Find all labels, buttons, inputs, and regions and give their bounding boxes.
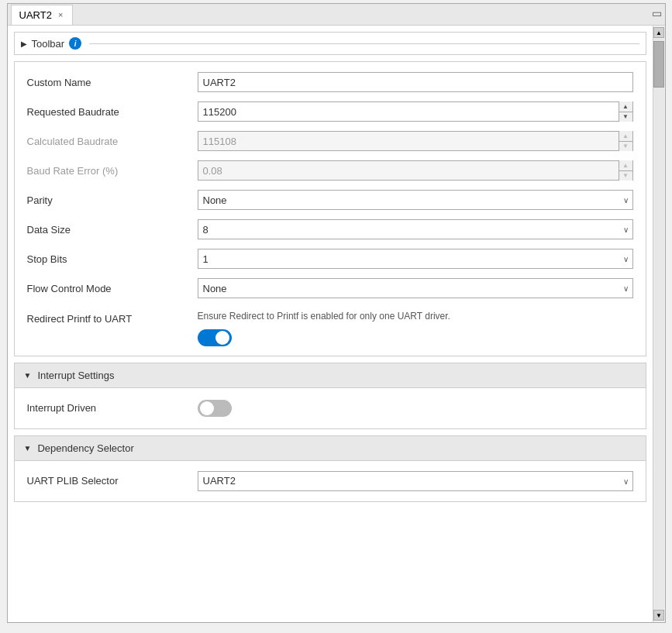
uart2-tab[interactable]: UART2 × [11, 5, 74, 25]
baudrate-up-button[interactable]: ▲ [619, 101, 632, 112]
scroll-up-button[interactable]: ▲ [653, 27, 664, 38]
calculated-baudrate-label: Calculated Baudrate [27, 136, 198, 147]
dependency-selector-section: ▼ Dependency Selector UART PLIB Selector… [14, 435, 646, 502]
interrupt-driven-thumb [200, 401, 214, 415]
dependency-selector-body: UART PLIB Selector UART1 UART2 UART3 UAR… [15, 461, 646, 501]
baud-error-up-button: ▲ [619, 160, 632, 171]
stop-bits-select-wrapper: 1 1.5 2 ∨ [198, 249, 633, 269]
calc-baudrate-spinner-buttons: ▲ ▼ [619, 131, 632, 151]
redirect-printf-toggle[interactable] [198, 329, 232, 346]
tab-bar: UART2 × ▭ [8, 4, 665, 26]
uart-plib-select[interactable]: UART1 UART2 UART3 UART4 [198, 471, 633, 491]
tab-close-button[interactable]: × [57, 10, 64, 19]
main-content: ▶ Toolbar i Custom Name Requested Ba [8, 26, 653, 622]
parity-label: Parity [27, 194, 198, 206]
data-size-control: 5 6 7 8 9 ∨ [198, 219, 633, 239]
info-icon[interactable]: i [69, 37, 81, 50]
window-restore-button[interactable]: ▭ [652, 7, 662, 19]
data-size-label: Data Size [27, 224, 198, 236]
interrupt-settings-arrow-icon: ▼ [24, 371, 32, 380]
stop-bits-label: Stop Bits [27, 253, 198, 265]
flow-control-control: None Hardware Software ∨ [198, 278, 633, 298]
flow-control-select[interactable]: None Hardware Software [198, 278, 633, 298]
interrupt-settings-section: ▼ Interrupt Settings Interrupt Driven [14, 363, 646, 429]
content-area: ▶ Toolbar i Custom Name Requested Ba [8, 26, 665, 622]
stop-bits-row: Stop Bits 1 1.5 2 ∨ [27, 248, 633, 270]
uart-plib-control: UART1 UART2 UART3 UART4 ∨ [198, 471, 633, 491]
toolbar-section: ▶ Toolbar i [14, 32, 646, 55]
interrupt-driven-control [198, 400, 633, 417]
interrupt-settings-label: Interrupt Settings [37, 370, 114, 381]
parity-row: Parity None Odd Even Mark Space ∨ [27, 189, 633, 211]
baud-rate-error-field [198, 163, 619, 178]
redirect-printf-thumb [215, 331, 229, 345]
custom-name-row: Custom Name [27, 71, 633, 93]
data-size-select[interactable]: 5 6 7 8 9 [198, 219, 633, 239]
requested-baudrate-control: ▲ ▼ [198, 101, 633, 122]
redirect-printf-control: Ensure Redirect to Printf is enabled for… [198, 310, 633, 346]
flow-control-label: Flow Control Mode [27, 283, 198, 294]
main-form-section: Custom Name Requested Baudrate ▲ ▼ [14, 61, 646, 356]
interrupt-driven-row: Interrupt Driven [27, 397, 633, 419]
baudrate-down-button[interactable]: ▼ [619, 112, 632, 122]
interrupt-driven-label: Interrupt Driven [27, 402, 198, 414]
baudrate-spinner-buttons: ▲ ▼ [619, 101, 632, 122]
stop-bits-select[interactable]: 1 1.5 2 [198, 249, 633, 269]
baud-rate-error-spinner: ▲ ▼ [198, 160, 633, 181]
redirect-printf-label: Redirect Printf to UART [27, 310, 198, 325]
custom-name-control [198, 72, 633, 92]
custom-name-input[interactable] [198, 72, 633, 92]
stop-bits-control: 1 1.5 2 ∨ [198, 249, 633, 269]
uart-plib-label: UART PLIB Selector [27, 475, 198, 487]
dependency-selector-header[interactable]: ▼ Dependency Selector [15, 436, 646, 461]
uart-plib-select-wrapper: UART1 UART2 UART3 UART4 ∨ [198, 471, 633, 491]
redirect-printf-hint: Ensure Redirect to Printf is enabled for… [198, 310, 633, 323]
data-size-row: Data Size 5 6 7 8 9 ∨ [27, 218, 633, 240]
scrollbar[interactable]: ▲ ▼ [653, 26, 665, 622]
scroll-track[interactable] [653, 38, 664, 610]
requested-baudrate-field[interactable] [198, 105, 619, 119]
baud-rate-error-label: Baud Rate Error (%) [27, 165, 198, 177]
main-window: UART2 × ▭ ▶ Toolbar i Custom Name [7, 3, 666, 623]
redirect-printf-toggle-container: Ensure Redirect to Printf is enabled for… [198, 310, 633, 346]
interrupt-driven-toggle[interactable] [198, 400, 232, 417]
requested-baudrate-label: Requested Baudrate [27, 106, 198, 118]
dependency-selector-label: Dependency Selector [37, 442, 133, 454]
calc-baudrate-up-button: ▲ [619, 131, 632, 142]
calculated-baudrate-row: Calculated Baudrate ▲ ▼ [27, 130, 633, 152]
calculated-baudrate-control: ▲ ▼ [198, 131, 633, 151]
baud-error-spinner-buttons: ▲ ▼ [619, 160, 632, 181]
baud-rate-error-row: Baud Rate Error (%) ▲ ▼ [27, 160, 633, 181]
requested-baudrate-spinner: ▲ ▼ [198, 101, 633, 122]
parity-select[interactable]: None Odd Even Mark Space [198, 190, 633, 210]
custom-name-label: Custom Name [27, 77, 198, 88]
redirect-printf-row: Redirect Printf to UART Ensure Redirect … [27, 307, 633, 346]
calculated-baudrate-field [198, 134, 619, 149]
parity-control: None Odd Even Mark Space ∨ [198, 190, 633, 210]
baud-rate-error-control: ▲ ▼ [198, 160, 633, 181]
parity-select-wrapper: None Odd Even Mark Space ∨ [198, 190, 633, 210]
scroll-thumb[interactable] [653, 41, 664, 88]
flow-control-select-wrapper: None Hardware Software ∨ [198, 278, 633, 298]
data-size-select-wrapper: 5 6 7 8 9 ∨ [198, 219, 633, 239]
interrupt-settings-header[interactable]: ▼ Interrupt Settings [15, 363, 646, 388]
toolbar-divider [89, 43, 639, 44]
toolbar-arrow-icon: ▶ [21, 40, 27, 48]
toolbar-label: Toolbar [32, 38, 65, 50]
requested-baudrate-row: Requested Baudrate ▲ ▼ [27, 101, 633, 122]
uart-plib-row: UART PLIB Selector UART1 UART2 UART3 UAR… [27, 470, 633, 492]
baud-error-down-button: ▼ [619, 171, 632, 181]
scroll-down-button[interactable]: ▼ [653, 610, 664, 621]
calc-baudrate-down-button: ▼ [619, 142, 632, 152]
interrupt-settings-body: Interrupt Driven [15, 388, 646, 428]
dependency-selector-arrow-icon: ▼ [24, 444, 32, 452]
toolbar-header[interactable]: ▶ Toolbar i [15, 33, 646, 54]
calculated-baudrate-spinner: ▲ ▼ [198, 131, 633, 151]
tab-label: UART2 [19, 9, 52, 21]
flow-control-row: Flow Control Mode None Hardware Software… [27, 277, 633, 299]
